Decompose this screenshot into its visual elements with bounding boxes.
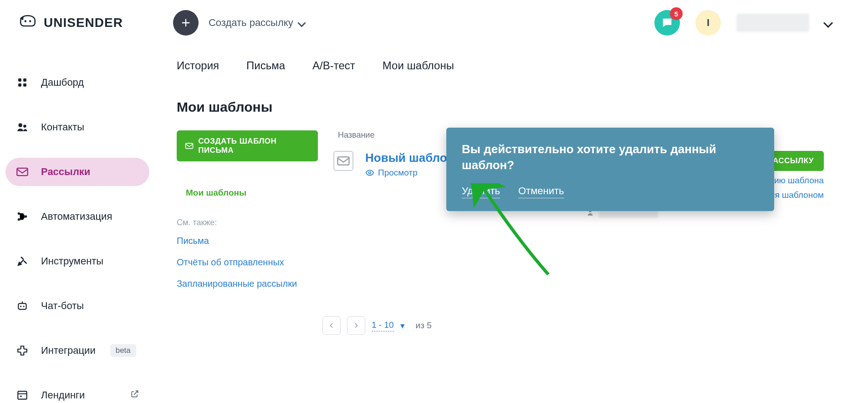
sidebar-item-label: Автоматизация: [41, 211, 112, 222]
sidebar-item-landings[interactable]: Лендинги: [5, 381, 149, 403]
sidebar-item-integrations[interactable]: Интеграции beta: [5, 336, 149, 365]
beta-badge: beta: [110, 344, 136, 357]
subnav-my-templates[interactable]: Мои шаблоны: [177, 183, 318, 202]
svg-point-7: [23, 125, 26, 128]
sub-nav: Мои шаблоны См. также: Письма Отчёты об …: [177, 183, 318, 289]
sidebar-item-label: Рассылки: [41, 166, 90, 178]
svg-point-1: [29, 20, 31, 22]
svg-point-9: [18, 212, 20, 215]
sidebar-item-chatbots[interactable]: Чат-боты: [5, 292, 149, 320]
integrations-icon: [15, 344, 29, 357]
sidebar: Дашборд Контакты Рассылки Автоматизация …: [0, 46, 155, 403]
plus-icon: [181, 18, 191, 28]
arrow-left-icon: [328, 322, 335, 329]
page-of-text: из 5: [416, 320, 432, 331]
tab-history[interactable]: История: [177, 59, 219, 72]
svg-point-18: [369, 172, 371, 174]
template-envelope-icon: [333, 151, 353, 171]
sidebar-item-tools[interactable]: Инструменты: [5, 247, 149, 275]
tab-mytemplates[interactable]: Мои шаблоны: [383, 59, 454, 72]
svg-rect-17: [338, 157, 349, 165]
see-also-links: Письма Отчёты об отправленных Запланиров…: [177, 236, 318, 289]
svg-point-0: [25, 20, 26, 22]
arrow-right-icon: [352, 322, 360, 329]
sidebar-item-label: Контакты: [41, 121, 84, 133]
svg-rect-16: [186, 143, 193, 148]
tab-bar: История Письма A/B-тест Мои шаблоны: [177, 59, 846, 72]
confirm-delete-dialog: Вы действительно хотите удалить данный ш…: [446, 128, 774, 211]
landings-icon: [15, 388, 29, 402]
sidebar-item-label: Инструменты: [41, 255, 103, 267]
mail-icon: [185, 141, 194, 150]
dog-icon: [18, 13, 37, 32]
link-letters[interactable]: Письма: [177, 236, 318, 246]
chevron-down-icon: [297, 19, 306, 27]
svg-rect-2: [18, 78, 21, 82]
create-plus-button[interactable]: [173, 10, 199, 36]
sidebar-item-label: Интеграции: [41, 345, 96, 356]
brand-text: UNISENDER: [44, 16, 123, 30]
svg-point-14: [23, 305, 25, 307]
sidebar-item-dashboard[interactable]: Дашборд: [5, 68, 149, 97]
avatar[interactable]: I: [695, 10, 721, 36]
create-template-label: СОЗДАТЬ ШАБЛОН ПИСЬМА: [198, 137, 310, 155]
page-range-dropdown[interactable]: 1 - 10: [372, 320, 394, 331]
create-area: Создать рассылку: [173, 10, 305, 36]
sidebar-item-automation[interactable]: Автоматизация: [5, 202, 149, 231]
eye-icon: [365, 168, 374, 177]
mail-icon: [15, 165, 29, 179]
create-dropdown-label: Создать рассылку: [209, 17, 293, 29]
create-template-button[interactable]: СОЗДАТЬ ШАБЛОН ПИСЬМА: [177, 130, 318, 161]
svg-rect-12: [18, 304, 26, 310]
create-dropdown[interactable]: Создать рассылку: [209, 17, 305, 29]
chevron-down-icon: ▾: [400, 320, 405, 331]
link-scheduled[interactable]: Запланированные рассылки: [177, 279, 318, 289]
svg-rect-8: [17, 168, 27, 176]
svg-rect-4: [18, 83, 21, 87]
svg-rect-3: [23, 78, 26, 82]
tools-icon: [15, 254, 29, 268]
chat-button[interactable]: 5: [654, 10, 680, 36]
brand-logo[interactable]: UNISENDER: [18, 13, 123, 32]
svg-point-6: [18, 123, 22, 127]
sidebar-item-label: Дашборд: [41, 77, 84, 88]
header-right: 5 I: [654, 10, 850, 36]
link-reports[interactable]: Отчёты об отправленных: [177, 257, 318, 268]
sidebar-item-label: Лендинги: [41, 389, 85, 401]
dialog-actions: Удалить Отменить: [462, 185, 759, 198]
app-header: UNISENDER Создать рассылку 5 I: [0, 0, 868, 46]
see-also-label: См. также:: [177, 218, 318, 227]
dialog-title: Вы действительно хотите удалить данный ш…: [462, 141, 759, 173]
sidebar-item-campaigns[interactable]: Рассылки: [5, 158, 149, 186]
next-page-button[interactable]: [347, 316, 365, 335]
main-content: История Письма A/B-тест Мои шаблоны Мои …: [155, 46, 868, 362]
sidebar-item-contacts[interactable]: Контакты: [5, 113, 149, 141]
page-title: Мои шаблоны: [177, 99, 846, 115]
tab-abtest[interactable]: A/B-тест: [312, 59, 355, 72]
dialog-cancel-button[interactable]: Отменить: [518, 185, 564, 198]
svg-point-10: [18, 218, 20, 221]
svg-rect-5: [23, 83, 26, 87]
prev-page-button[interactable]: [322, 316, 341, 335]
user-name-blurred: [736, 14, 809, 32]
left-column: СОЗДАТЬ ШАБЛОН ПИСЬМА Мои шаблоны См. та…: [177, 130, 318, 300]
svg-rect-15: [18, 391, 27, 399]
tab-letters[interactable]: Письма: [246, 59, 285, 72]
automation-icon: [15, 210, 29, 223]
main-layout: Дашборд Контакты Рассылки Автоматизация …: [0, 46, 868, 403]
dashboard-icon: [15, 76, 29, 89]
pagination: 1 - 10 ▾ из 5: [322, 316, 846, 335]
sidebar-item-label: Чат-боты: [41, 300, 84, 312]
contacts-icon: [15, 120, 29, 134]
account-chevron-down-icon[interactable]: [823, 18, 833, 27]
col-name-header[interactable]: Название: [338, 130, 374, 140]
svg-point-13: [20, 305, 21, 307]
dialog-delete-button[interactable]: Удалить: [462, 185, 500, 198]
external-link-icon: [130, 389, 139, 401]
notification-badge: 5: [670, 7, 683, 20]
chatbot-icon: [15, 299, 29, 313]
